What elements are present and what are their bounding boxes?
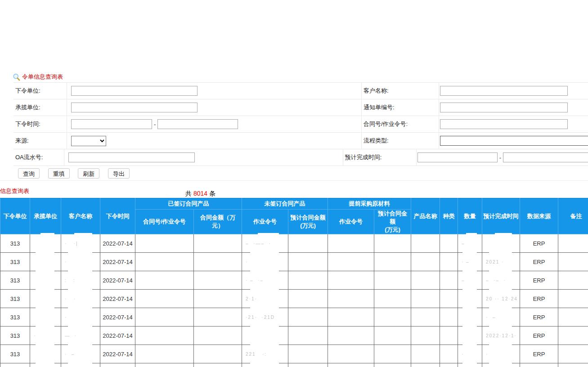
redacted-fragment: · · [65,296,76,301]
count-suffix: 条 [207,190,215,197]
cell-unit: 313 [0,253,30,271]
cell-remark [558,363,588,367]
magnifier-icon [13,73,20,81]
redacted-fragment: · [246,260,248,264]
cell-unsigned-amt [288,308,328,327]
cell-customer: : : [61,271,100,290]
col-customer: 客户名称 [61,198,100,234]
source-select[interactable] [71,136,106,146]
cell-source: ERP [520,327,558,345]
result-table: 下令单位 承揽单位 客户名称 下令时间 已签订合同产品 未签订合同产品 提前采购… [0,198,588,367]
cell-signed-no [135,327,194,345]
order-time-label: 下令时间: [13,116,67,132]
redacted-fragment: ·21· ·21D [246,315,275,320]
cell-source: ERP [520,308,558,327]
col-expected-finish: 预计完成时间 [482,198,520,234]
cell-product [411,345,440,363]
cell-remark [558,345,588,363]
customer-name-input[interactable] [440,86,568,96]
cell-unsigned-no: : · – · [242,363,288,367]
group-pre-purchase: 提前采购原材料 [328,198,411,210]
redacted-fragment: 221 ·: [246,352,267,357]
cell-pre-amt [374,271,411,290]
contract-unit-input[interactable] [71,103,197,112]
table-row: 313·2022-07-14·· –2021 ·ERP [0,253,588,271]
cell-finish: – ·– · [482,271,520,290]
notice-no-input[interactable] [440,103,568,112]
redacted-fragment: · [65,315,67,320]
export-button[interactable]: 导出 [108,168,130,179]
form-buttons: 查询 重填 刷新 导出 [18,168,136,179]
flow-type-input[interactable] [440,136,588,146]
table-title: 信息查询表 [0,187,29,195]
record-count: 共 8014 条 [185,190,215,198]
cell-product [411,327,440,345]
cell-unsigned-no: · – ·– [242,271,288,290]
expected-finish-start-input[interactable] [417,152,498,162]
range-separator: - [499,154,501,161]
order-unit-input[interactable] [71,86,197,96]
order-time-start-input[interactable] [71,119,152,129]
cell-kind [440,345,458,363]
redacted-fragment: 20 ·· 12·24 [486,296,518,301]
customer-name-label: 客户名称: [361,83,439,99]
redacted-fragment: · – [486,315,496,320]
refresh-button[interactable]: 刷新 [78,168,99,179]
oa-serial-input[interactable] [68,152,195,162]
cell-source: ERP [520,234,558,253]
col-data-source: 数据来源 [520,198,558,234]
cell-contractor [30,308,61,327]
reset-button[interactable]: 重填 [48,168,70,179]
cell-qty: – [458,234,482,253]
cell-contractor: · [30,327,61,345]
redacted-fragment: · – [462,260,470,264]
group-unsigned-products: 未签订合同产品 [242,198,328,210]
cell-kind [440,308,458,327]
cell-source: ERP [520,271,558,290]
cell-unsigned-no [242,327,288,345]
cell-signed-no [135,253,194,271]
page-title: 令单信息查询表 [13,73,63,81]
table-row: 313· ·|2022-07-14– ·—– ·–ERP [0,234,588,253]
cell-signed-no [135,290,194,308]
table-row: 313·2022-07-14·21· ·21D· –ERP [0,308,588,327]
cell-pre-amt [374,363,411,367]
redacted-fragment: – [462,278,465,283]
group-signed-products: 已签订合同产品 [135,198,242,210]
cell-remark [558,234,588,253]
cell-remark [558,253,588,271]
query-button[interactable]: 查询 [18,168,40,179]
contract-unit-label: 承揽单位: [13,99,67,116]
cell-source: ERP [520,363,558,367]
cell-kind [440,234,458,253]
redacted-fragment: 2021 · [486,260,504,264]
cell-signed-amt [194,234,242,253]
cell-qty: · – [458,253,482,271]
expected-finish-label: 预计完成时间: [343,149,416,166]
cell-signed-no [135,363,194,367]
order-time-end-input[interactable] [157,119,238,129]
cell-kind [440,363,458,367]
cell-signed-no [135,234,194,253]
contract-no-input[interactable] [440,119,568,129]
cell-pre-no [328,327,374,345]
cell-remark [558,327,588,345]
notice-no-label: 通知单编号: [361,99,439,116]
col-quantity: 数量 [458,198,482,234]
cell-date: 2022-07-14 [100,363,135,367]
redacted-fragment: · – ·– [246,278,264,283]
cell-pre-no [328,271,374,290]
redacted-fragment: · ·| [65,241,78,246]
cell-kind [440,271,458,290]
cell-unit: 313 [0,308,30,327]
col-kind: 种类 [440,198,458,234]
cell-qty [458,308,482,327]
cell-date: 2022-07-14 [100,271,135,290]
table-row: 313· –2022-07-14221 ·:··ERP [0,345,588,363]
cell-date: 2022-07-14 [100,308,135,327]
cell-customer: : · –·· [61,363,100,367]
cell-customer: — · [61,327,100,345]
form-row-4: 来源: 流程类型: [13,133,588,149]
col-contract-unit: 承揽单位 [30,198,61,234]
expected-finish-end-input[interactable] [503,152,588,162]
